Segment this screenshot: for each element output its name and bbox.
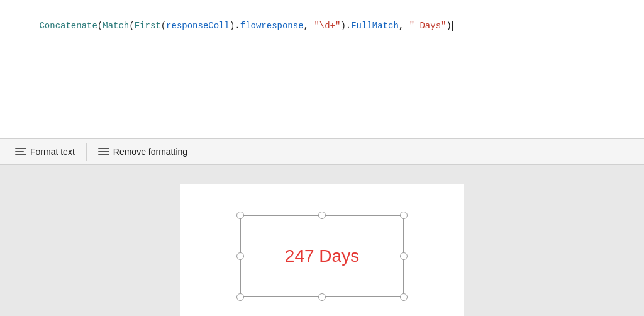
remove-formatting-icon	[98, 148, 109, 155]
formula-part-first: First	[135, 21, 161, 31]
formula-part-flowresponse: flowresponse	[240, 21, 304, 31]
formula-dot-2: ).	[340, 21, 351, 31]
formula-part-regex: "\d+"	[314, 21, 340, 31]
text-cursor: ​	[452, 21, 453, 31]
formula-part-days-string: " Days"	[409, 21, 447, 31]
text-box-value: 247 Days	[285, 246, 359, 266]
formula-part-match: Match	[103, 21, 129, 31]
formula-part-responsecoll: responseColl	[166, 21, 230, 31]
formula-paren-close: )	[446, 21, 451, 31]
formula-dot-1: ).	[230, 21, 240, 31]
formula-part-fullmatch: FullMatch	[351, 21, 399, 31]
formula-paren-1: (	[97, 21, 103, 31]
formula-paren-2: (	[129, 21, 134, 31]
handle-mid-right[interactable]	[400, 252, 408, 260]
formula-part-concatenate: Concatenate	[39, 21, 97, 31]
format-text-label: Format text	[30, 147, 75, 157]
format-text-button[interactable]: Format text	[6, 144, 84, 160]
formula-paren-3: (	[161, 21, 166, 31]
formula-comma-1: ,	[304, 21, 314, 31]
canvas-area: 247 Days	[0, 165, 644, 316]
formula-line: Concatenate(Match(First(responseColl).fl…	[8, 6, 636, 46]
text-box-container[interactable]: 247 Days	[240, 215, 404, 297]
bottom-section: 247 Days	[0, 165, 644, 316]
format-text-icon	[15, 148, 26, 155]
formula-toolbar: Format text Remove formatting	[0, 138, 644, 165]
toolbar-separator	[86, 143, 87, 161]
remove-formatting-button[interactable]: Remove formatting	[89, 144, 196, 160]
formula-editor[interactable]: Concatenate(Match(First(responseColl).fl…	[0, 0, 644, 138]
handle-bottom-right[interactable]	[400, 293, 408, 301]
handle-mid-left[interactable]	[236, 252, 244, 260]
formula-comma-2: ,	[399, 21, 409, 31]
handle-top-left[interactable]	[236, 212, 244, 219]
page-layout: Concatenate(Match(First(responseColl).fl…	[0, 0, 644, 316]
canvas-panel: 247 Days	[180, 184, 464, 316]
remove-formatting-label: Remove formatting	[113, 147, 187, 157]
handle-top-right[interactable]	[400, 212, 408, 219]
handle-top-mid[interactable]	[318, 212, 326, 219]
handle-bottom-mid[interactable]	[318, 293, 326, 301]
handle-bottom-left[interactable]	[236, 293, 244, 301]
